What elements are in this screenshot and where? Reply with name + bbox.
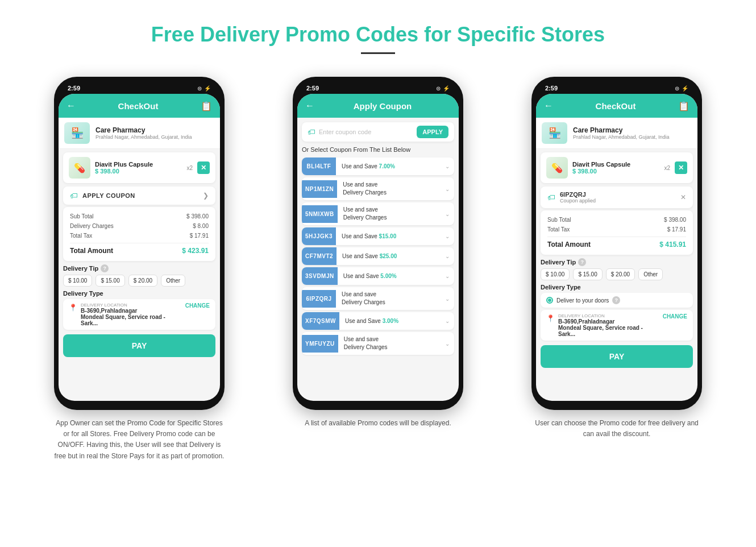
tag-icon-2: 🏷 [308, 127, 315, 136]
coupon-code-6: 6IPZQRJ [302, 290, 336, 308]
total-label-1: Total Amount [70, 247, 113, 255]
coupon-desc-5: Use and Save 5.00% [338, 269, 445, 284]
coupon-desc-4: Use and Save $25.00 [337, 249, 445, 264]
coupon-list: BLI4LTF Use and Save 7.00% ⌄ NP1M1ZN Use… [297, 158, 459, 355]
tip-title-3: Delivery Tip ? [541, 258, 693, 266]
coupon-item-5[interactable]: 3SVDMJN Use and Save 5.00% ⌄ [302, 267, 454, 285]
product-qty-3: x2 [664, 165, 670, 171]
coupon-desc-0: Use and Save 7.00% [336, 159, 445, 174]
store-details-1: Care Pharmacy Prahlad Nagar, Ahmedabad, … [95, 126, 192, 140]
total-label-3: Total Amount [547, 241, 591, 248]
app-header-3: ← CheckOut 📋 [536, 94, 697, 118]
status-icons-2: ⊜ ⚡ [436, 85, 450, 92]
product-price-3: $ 398.00 [572, 168, 659, 175]
coupon-item-3[interactable]: 5HJJGK3 Use and Save $15.00 ⌄ [302, 227, 454, 245]
back-arrow-2[interactable]: ← [305, 101, 314, 111]
caption-1: App Owner can set the Promo Code for Spe… [54, 418, 225, 462]
coupon-code-7: XF7QSMW [302, 312, 339, 330]
back-arrow-1[interactable]: ← [67, 101, 76, 111]
signal-icon-3: ⚡ [682, 85, 688, 92]
delivery-type-title-1: Delivery Type [63, 290, 215, 297]
delivery-option-label-3: Deliver to your doors [556, 297, 609, 304]
delivery-option-3[interactable]: Deliver to your doors ? [541, 293, 693, 308]
coupon-code-3: 5HJJGK3 [302, 227, 336, 245]
coupon-item-4[interactable]: CF7MVT2 Use and Save $25.00 ⌄ [302, 247, 454, 265]
tax-value-3: $ 17.91 [667, 226, 686, 233]
product-name-3: Diavit Plus Capsule [572, 161, 659, 168]
coupon-item-6[interactable]: 6IPZQRJ Use and saveDelivery Charges ⌄ [302, 287, 454, 310]
screen-title-2: Apply Coupon [314, 101, 451, 111]
back-arrow-3[interactable]: ← [544, 101, 553, 111]
caption-2: A list of available Promo codes will be … [305, 418, 451, 429]
page-wrapper: Free Delivery Promo Codes for Specific S… [0, 0, 756, 484]
tip-btn-other-3[interactable]: Other [638, 268, 663, 280]
change-btn-1[interactable]: CHANGE [185, 302, 210, 326]
select-coupon-text: Or Select Coupon From The List Below [302, 146, 454, 153]
time-3: 2:59 [545, 85, 558, 92]
time-1: 2:59 [68, 85, 80, 92]
product-name-1: Diavit Plus Capsule [95, 161, 182, 168]
delivery-type-section-3: Deliver to your doors ? [541, 293, 693, 308]
screen-title-3: CheckOut [553, 101, 678, 111]
coupon-item-1[interactable]: NP1M1ZN Use and saveDelivery Charges ⌄ [302, 177, 454, 200]
coupon-row-1[interactable]: 🏷 APPLY COUPON ❯ [63, 187, 215, 205]
product-close-3[interactable]: ✕ [675, 161, 687, 174]
product-image-3: 💊 [546, 157, 568, 179]
coupon-input-placeholder[interactable]: Enter coupon code [319, 129, 413, 135]
coupon-item-7[interactable]: XF7QSMW Use and Save 3.00% ⌄ [302, 312, 454, 330]
tip-btn-20-3[interactable]: $ 20.00 [606, 268, 635, 280]
coupon-code-0: BLI4LTF [302, 158, 336, 175]
product-info-3: Diavit Plus Capsule $ 398.00 [572, 161, 659, 175]
location-addr-1: B-3690,Prahladnagar [81, 308, 182, 314]
tip-btn-other-1[interactable]: Other [161, 275, 185, 287]
tip-btn-15-1[interactable]: $ 15.00 [95, 275, 124, 287]
tip-info-icon-1: ? [101, 264, 109, 272]
app-header-1: ← CheckOut 📋 [59, 94, 220, 118]
product-close-1[interactable]: ✕ [197, 161, 210, 174]
pay-button-1[interactable]: PAY [63, 334, 215, 357]
radio-dot-3 [546, 297, 553, 304]
coupon-desc-8: Use and saveDelivery Charges [338, 332, 445, 355]
applied-coupon-left-3: 🏷 6IPZQRJ Coupon applied [547, 191, 596, 204]
store-name-1: Care Pharmacy [95, 126, 192, 134]
phones-row: 2:59 ⊜ ⚡ ← CheckOut 📋 � [11, 77, 745, 462]
chevron-7: ⌄ [445, 318, 454, 324]
close-coupon-icon[interactable]: ✕ [680, 193, 686, 201]
phone-screen-3: ← CheckOut 📋 🏪 Care Pharmacy Prahlad Nag… [536, 94, 697, 401]
coupon-item-0[interactable]: BLI4LTF Use and Save 7.00% ⌄ [302, 158, 454, 175]
pay-button-3[interactable]: PAY [541, 345, 693, 368]
applied-coupon-row-3[interactable]: 🏷 6IPZQRJ Coupon applied ✕ [541, 187, 693, 208]
time-2: 2:59 [306, 85, 319, 92]
apply-button[interactable]: APPLY [417, 126, 448, 138]
tip-btn-10-1[interactable]: $ 10.00 [63, 275, 92, 287]
phone-screen-2: ← Apply Coupon 🏷 Enter coupon code APPLY… [297, 94, 459, 401]
chevron-6: ⌄ [445, 296, 454, 302]
tax-row-1: Total Tax $ 17.91 [70, 231, 209, 241]
sub-total-value-1: $ 398.00 [186, 213, 209, 219]
location-icon-3: 📍 [546, 314, 555, 337]
phone-col-1: 2:59 ⊜ ⚡ ← CheckOut 📋 � [37, 77, 242, 462]
product-price-1: $ 398.00 [95, 168, 182, 175]
coupon-item-8[interactable]: YMFUYZU Use and saveDelivery Charges ⌄ [302, 332, 454, 355]
store-image-3: 🏪 [542, 122, 567, 144]
delivery-type-title-3: Delivery Type [541, 284, 693, 291]
coupon-item-2[interactable]: 5NMIXWB Use and saveDelivery Charges ⌄ [302, 202, 454, 225]
location-info-1: DELIVERY LOCATION B-3690,Prahladnagar Mo… [81, 302, 182, 326]
tip-btn-20-1[interactable]: $ 20.00 [128, 275, 157, 287]
location-info-3: DELIVERY LOCATION B-3690,Prahladnagar Mo… [558, 313, 659, 337]
coupon-code-2: 5NMIXWB [302, 205, 338, 223]
tip-btn-15-3[interactable]: $ 15.00 [573, 268, 602, 280]
coupon-code-1: NP1M1ZN [302, 180, 337, 198]
coupon-code-8: YMFUYZU [302, 335, 338, 353]
tag-icon-1: 🏷 [70, 191, 78, 200]
change-btn-3[interactable]: CHANGE [663, 313, 687, 337]
chevron-1: ⌄ [445, 186, 454, 192]
phone-col-3: 2:59 ⊜ ⚡ ← CheckOut 📋 🏪 [514, 77, 719, 440]
caption-3: User can choose the Promo code for free … [531, 418, 702, 440]
applied-coupon-code: 6IPZQRJ [560, 191, 596, 198]
clipboard-icon-3: 📋 [678, 101, 689, 111]
tip-btn-10-3[interactable]: $ 10.00 [541, 268, 570, 280]
wifi-icon-2: ⊜ [436, 85, 441, 92]
phone-shell-3: 2:59 ⊜ ⚡ ← CheckOut 📋 🏪 [531, 77, 702, 410]
chevron-3: ⌄ [445, 233, 454, 239]
